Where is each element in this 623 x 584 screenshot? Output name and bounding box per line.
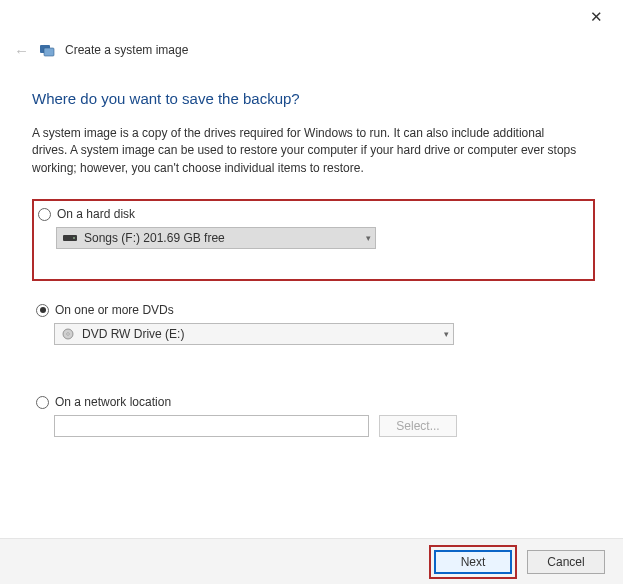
footer: Next Cancel xyxy=(0,538,623,584)
next-button[interactable]: Next xyxy=(434,550,512,574)
radio-unchecked-icon xyxy=(38,208,51,221)
radio-checked-icon xyxy=(36,304,49,317)
page-description: A system image is a copy of the drives r… xyxy=(32,125,580,177)
dvd-radio[interactable]: On one or more DVDs xyxy=(36,303,591,317)
back-arrow-icon: ← xyxy=(14,42,29,59)
dvd-dropdown[interactable]: DVD RW Drive (E:) ▾ xyxy=(54,323,454,345)
radio-unchecked-icon xyxy=(36,396,49,409)
hard-disk-label: On a hard disk xyxy=(57,207,135,221)
dvd-option: On one or more DVDs DVD RW Drive (E:) ▾ xyxy=(32,297,595,359)
page-heading: Where do you want to save the backup? xyxy=(32,90,595,107)
content-area: Where do you want to save the backup? A … xyxy=(0,62,623,451)
header: ← Create a system image xyxy=(0,38,623,62)
dvd-icon xyxy=(61,328,75,340)
select-button: Select... xyxy=(379,415,457,437)
hard-disk-dropdown[interactable]: Songs (F:) 201.69 GB free ▾ xyxy=(56,227,376,249)
network-path-input[interactable] xyxy=(54,415,369,437)
close-icon[interactable]: ✕ xyxy=(584,6,609,28)
next-button-highlight: Next xyxy=(429,545,517,579)
network-label: On a network location xyxy=(55,395,171,409)
network-radio[interactable]: On a network location xyxy=(36,395,591,409)
network-path-row: Select... xyxy=(54,415,591,437)
dvd-label: On one or more DVDs xyxy=(55,303,174,317)
hard-disk-selected-value: Songs (F:) 201.69 GB free xyxy=(84,231,225,245)
chevron-down-icon: ▾ xyxy=(444,329,449,339)
dvd-selected-value: DVD RW Drive (E:) xyxy=(82,327,184,341)
window-title: Create a system image xyxy=(65,43,188,57)
hard-disk-option-highlight: On a hard disk Songs (F:) 201.69 GB free… xyxy=(32,199,595,281)
svg-point-5 xyxy=(67,333,69,335)
chevron-down-icon: ▾ xyxy=(366,233,371,243)
cancel-button[interactable]: Cancel xyxy=(527,550,605,574)
hard-disk-radio[interactable]: On a hard disk xyxy=(38,207,589,221)
svg-rect-1 xyxy=(44,48,54,56)
network-option: On a network location Select... xyxy=(32,389,595,451)
system-image-icon xyxy=(39,42,55,58)
hard-disk-icon xyxy=(63,232,77,244)
svg-point-3 xyxy=(73,237,75,239)
titlebar: ✕ xyxy=(0,0,623,38)
